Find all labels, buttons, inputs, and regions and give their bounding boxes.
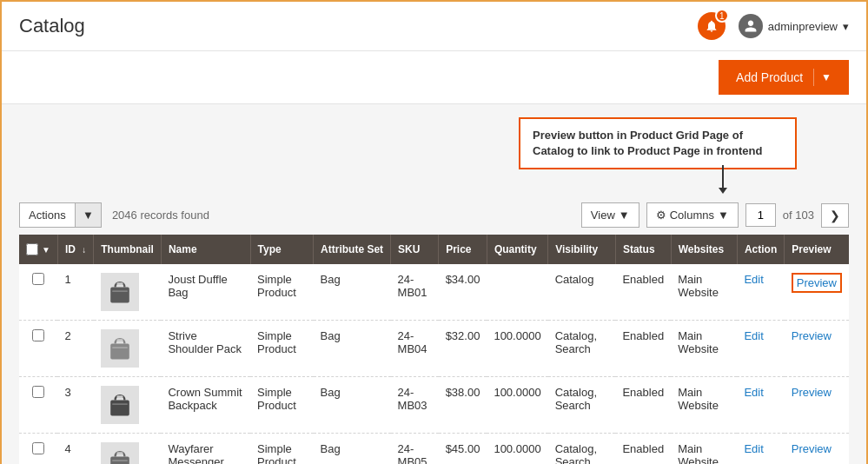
view-chevron-icon: ▼	[619, 209, 630, 222]
grid-controls-left: Actions ▼ 2046 records found	[19, 202, 209, 228]
preview-link[interactable]: Preview	[792, 386, 832, 399]
page-number-input[interactable]	[745, 203, 776, 227]
columns-button[interactable]: ⚙ Columns ▼	[646, 202, 739, 228]
button-divider	[813, 69, 814, 86]
row-id: 4	[57, 434, 93, 464]
th-attribute-set: Attribute Set	[314, 235, 391, 264]
table-row: 2 Strive Shoulder Pack Simple Product Ba…	[19, 321, 849, 377]
preview-link[interactable]: Preview	[792, 442, 832, 455]
page-total-info: of 103	[779, 209, 818, 222]
preview-cell: Preview	[792, 386, 842, 399]
actions-dropdown[interactable]: Actions ▼	[19, 202, 102, 228]
svg-rect-6	[110, 401, 129, 416]
row-visibility: Catalog, Search	[548, 321, 616, 377]
row-thumbnail	[94, 377, 162, 434]
preview-cell-highlighted: Preview	[792, 273, 842, 293]
add-product-button[interactable]: Add Product ▼	[719, 60, 849, 95]
row-thumbnail	[94, 434, 162, 464]
row-visibility: Catalog	[548, 264, 616, 321]
th-price: Price	[439, 235, 487, 264]
svg-rect-1	[116, 283, 123, 286]
table-row: 1 Joust Duffle Bag Simple Product Bag 24…	[19, 264, 849, 321]
preview-link[interactable]: Preview	[797, 276, 837, 289]
product-thumbnail-icon	[104, 276, 136, 308]
select-all-checkbox[interactable]	[26, 243, 38, 255]
content-area: Preview button in Product Grid Page of C…	[2, 104, 866, 464]
product-thumbnail-icon	[104, 389, 136, 421]
row-name: Wayfarer Messenger Bag	[161, 434, 250, 464]
row-sku: 24-MB05	[391, 434, 439, 464]
add-product-arrow[interactable]: ▼	[821, 71, 832, 83]
row-checkbox[interactable]	[32, 386, 44, 398]
row-attribute-set: Bag	[314, 321, 391, 377]
row-type: Simple Product	[250, 321, 314, 377]
header-right: 1 adminpreview ▾	[698, 12, 849, 40]
row-name: Crown Summit Backpack	[161, 377, 250, 434]
bell-icon	[705, 19, 719, 33]
svg-rect-10	[116, 453, 123, 455]
row-name: Strive Shoulder Pack	[161, 321, 250, 377]
notification-area: 1	[698, 12, 726, 40]
th-checkbox-arrow[interactable]: ▼	[42, 245, 50, 255]
annotation-arrowhead	[719, 188, 727, 194]
th-checkbox: ▼	[19, 235, 57, 264]
row-action: Edit	[737, 321, 784, 377]
grid-controls: Actions ▼ 2046 records found View ▼ ⚙ Co…	[19, 196, 849, 235]
next-page-button[interactable]: ❯	[821, 203, 849, 228]
row-sku: 24-MB03	[391, 377, 439, 434]
actions-dropdown-arrow[interactable]: ▼	[75, 203, 101, 227]
row-visibility: Catalog, Search	[548, 434, 616, 464]
row-checkbox[interactable]	[32, 273, 44, 285]
admin-username: adminpreview	[768, 20, 838, 33]
edit-link[interactable]: Edit	[744, 273, 763, 286]
row-checkbox[interactable]	[32, 442, 44, 454]
row-checkbox-cell	[19, 434, 57, 464]
admin-user-menu[interactable]: adminpreview ▾	[739, 14, 849, 38]
row-type: Simple Product	[250, 434, 314, 464]
grid-controls-right: View ▼ ⚙ Columns ▼ of 103 ❯	[581, 202, 849, 228]
notification-button[interactable]: 1	[698, 12, 726, 40]
view-button[interactable]: View ▼	[581, 202, 639, 228]
th-thumbnail: Thumbnail	[94, 235, 162, 264]
table-row: 4 Wayfarer Messenger Bag Simple Product …	[19, 434, 849, 464]
th-type: Type	[250, 235, 314, 264]
row-websites: Main Website	[671, 434, 737, 464]
avatar	[739, 14, 763, 38]
row-name: Joust Duffle Bag	[161, 264, 250, 321]
row-checkbox-cell	[19, 321, 57, 377]
columns-chevron-icon: ▼	[718, 209, 729, 222]
th-visibility: Visibility	[548, 235, 616, 264]
row-price: $45.00	[439, 434, 487, 464]
user-icon	[744, 19, 758, 33]
th-name: Name	[161, 235, 250, 264]
th-quantity: Quantity	[487, 235, 547, 264]
row-checkbox-cell	[19, 264, 57, 321]
row-id: 3	[57, 377, 93, 434]
table-header-row: ▼ ID ↓ Thumbnail Name Type Attribute Set…	[19, 235, 849, 264]
row-thumbnail	[94, 321, 162, 377]
edit-link[interactable]: Edit	[744, 386, 763, 399]
th-action: Action	[737, 235, 784, 264]
svg-rect-3	[110, 344, 129, 360]
row-checkbox[interactable]	[32, 329, 44, 341]
page-title: Catalog	[19, 15, 85, 37]
notification-badge: 1	[715, 9, 729, 23]
edit-link[interactable]: Edit	[744, 329, 763, 342]
preview-link[interactable]: Preview	[792, 329, 832, 342]
row-id: 1	[57, 264, 93, 321]
row-thumbnail	[94, 264, 162, 321]
th-id[interactable]: ID ↓	[57, 235, 93, 264]
svg-rect-0	[110, 288, 129, 303]
row-status: Enabled	[615, 377, 671, 434]
row-quantity: 100.0000	[487, 377, 547, 434]
edit-link[interactable]: Edit	[744, 442, 763, 455]
row-preview: Preview	[785, 434, 849, 464]
row-checkbox-cell	[19, 377, 57, 434]
page-toolbar: Add Product ▼	[2, 51, 866, 104]
annotation-arrow-line	[722, 165, 724, 188]
svg-rect-4	[116, 340, 123, 342]
row-preview: Preview	[785, 264, 849, 321]
actions-select-input[interactable]: Actions	[20, 203, 75, 227]
table-row: 3 Crown Summit Backpack Simple Product B…	[19, 377, 849, 434]
svg-rect-11	[112, 461, 128, 462]
